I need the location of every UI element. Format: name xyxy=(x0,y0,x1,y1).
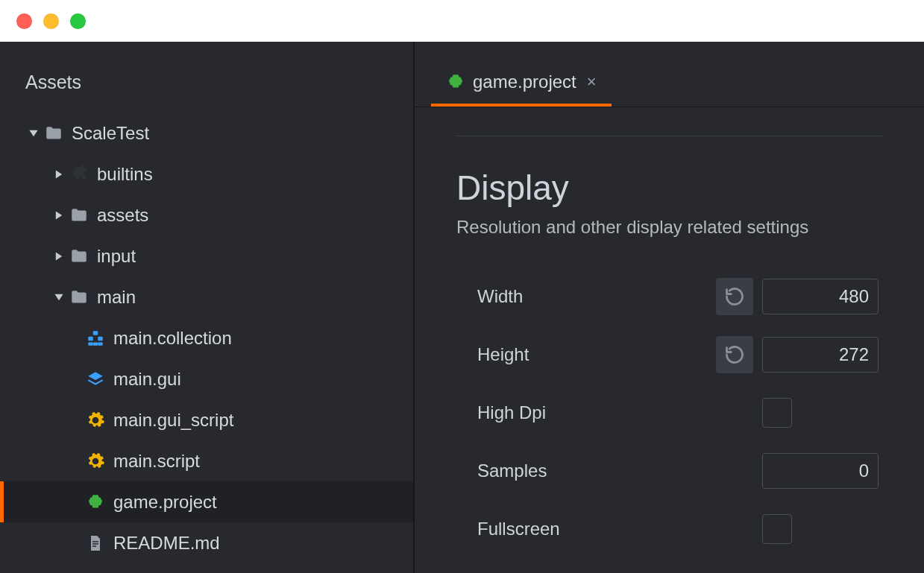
project-icon xyxy=(446,72,465,92)
tree-item-label: builtins xyxy=(97,164,153,185)
tree-item-label: README.md xyxy=(113,533,220,554)
tree-item-label: ScaleTest xyxy=(72,123,149,144)
file-icon xyxy=(84,534,107,552)
tree-item-label: game.project xyxy=(113,492,217,513)
settings-section-title: Display xyxy=(456,168,882,208)
editor-main: game.project× Display Resolution and oth… xyxy=(415,42,924,573)
gear-icon xyxy=(84,411,107,430)
tab-close-icon[interactable]: × xyxy=(584,74,597,90)
tree-item-assets[interactable]: assets xyxy=(0,194,413,235)
tree-item-main-gui[interactable]: main.gui xyxy=(0,358,413,399)
svg-rect-1 xyxy=(88,336,93,340)
field-row-high-dpi: High Dpi xyxy=(456,384,882,442)
tree-item-label: main.gui_script xyxy=(113,410,233,431)
folder-icon xyxy=(67,247,91,266)
samples-input[interactable] xyxy=(762,453,879,489)
tree-item-label: main.gui xyxy=(113,369,181,390)
tree-item-main-gui-script[interactable]: main.gui_script xyxy=(0,399,413,440)
gui-icon xyxy=(84,370,107,389)
editor-tabs: game.project× xyxy=(415,42,924,107)
reset-button-height[interactable] xyxy=(716,336,753,373)
disclosure-triangle-icon[interactable] xyxy=(51,251,67,262)
tree-item-label: main xyxy=(97,287,136,308)
disclosure-triangle-icon[interactable] xyxy=(25,128,42,139)
field-row-fullscreen: Fullscreen xyxy=(456,500,882,558)
svg-rect-2 xyxy=(98,336,103,340)
tree-item-scaletest[interactable]: ScaleTest xyxy=(0,113,413,153)
svg-rect-4 xyxy=(93,342,98,345)
window-zoom-button[interactable] xyxy=(70,13,86,29)
field-label-samples: Samples xyxy=(477,460,716,481)
project-icon xyxy=(84,493,107,512)
disclosure-triangle-icon[interactable] xyxy=(51,210,67,221)
settings-content: Display Resolution and other display rel… xyxy=(415,107,924,558)
tree-item-builtins[interactable]: builtins xyxy=(0,153,413,194)
field-label-fullscreen: Fullscreen xyxy=(477,519,716,539)
svg-rect-3 xyxy=(88,342,93,345)
tree-item-main[interactable]: main xyxy=(0,276,413,317)
puzzle-icon xyxy=(67,165,91,184)
tree-item-main-script[interactable]: main.script xyxy=(0,440,413,481)
window-minimize-button[interactable] xyxy=(43,13,59,29)
field-row-height: Height xyxy=(456,326,882,384)
high-dpi-checkbox[interactable] xyxy=(762,398,792,428)
tree-item-label: assets xyxy=(97,205,148,226)
fullscreen-checkbox[interactable] xyxy=(762,514,792,544)
window-titlebar xyxy=(0,0,924,42)
undo-icon xyxy=(724,286,745,307)
folder-icon xyxy=(67,288,91,307)
field-row-samples: Samples xyxy=(456,442,882,500)
tree-item-game-project[interactable]: game.project xyxy=(0,481,413,522)
field-label-height: Height xyxy=(477,344,716,365)
assets-panel-title: Assets xyxy=(0,42,413,113)
folder-icon xyxy=(42,124,66,143)
field-row-width: Width xyxy=(456,267,882,326)
tree-item-main-collection[interactable]: main.collection xyxy=(0,317,413,358)
window-close-button[interactable] xyxy=(16,13,32,29)
tree-item-readme-md[interactable]: README.md xyxy=(0,522,413,563)
disclosure-triangle-icon[interactable] xyxy=(51,169,67,180)
folder-icon xyxy=(67,206,91,225)
assets-sidebar: Assets ScaleTestbuiltinsassetsinputmainm… xyxy=(0,42,415,573)
settings-section-subtitle: Resolution and other display related set… xyxy=(456,217,882,238)
disclosure-triangle-icon[interactable] xyxy=(51,292,67,303)
field-label-high-dpi: High Dpi xyxy=(477,402,716,423)
tree-item-input[interactable]: input xyxy=(0,235,413,276)
field-label-width: Width xyxy=(477,286,716,307)
collection-icon xyxy=(84,329,107,348)
tree-item-label: main.script xyxy=(113,451,200,472)
svg-rect-0 xyxy=(93,331,98,335)
tab-game-project[interactable]: game.project× xyxy=(431,60,612,107)
assets-tree: ScaleTestbuiltinsassetsinputmainmain.col… xyxy=(0,113,413,563)
svg-rect-5 xyxy=(98,342,103,345)
width-input[interactable] xyxy=(762,279,879,314)
tree-item-label: input xyxy=(97,246,136,267)
undo-icon xyxy=(724,344,745,365)
gear-icon xyxy=(84,452,107,471)
reset-button-width[interactable] xyxy=(716,278,753,315)
tab-label: game.project xyxy=(473,72,576,92)
tree-item-label: main.collection xyxy=(113,328,232,349)
divider xyxy=(456,136,882,136)
height-input[interactable] xyxy=(762,337,879,373)
